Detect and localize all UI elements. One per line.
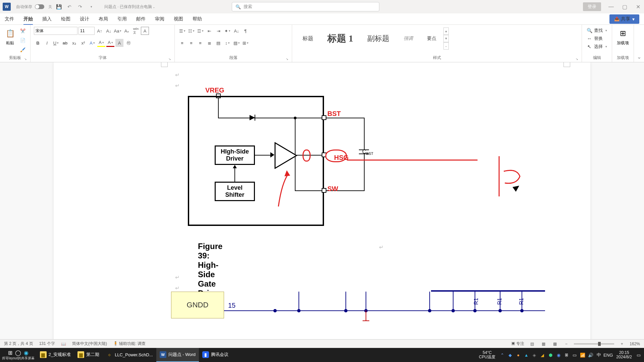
tray-security-icon[interactable]: ⛨ [563, 352, 570, 358]
style-emphasis[interactable]: 强调 [396, 27, 420, 50]
tab-layout[interactable]: 布局 [99, 16, 108, 22]
read-mode-icon[interactable]: ▤ [528, 341, 536, 347]
paste-button[interactable]: 📋 粘贴 [3, 27, 17, 47]
qat-more-icon[interactable]: ▾ [87, 3, 95, 11]
autosave-toggle[interactable] [35, 4, 44, 9]
bold-button[interactable]: B [34, 39, 42, 47]
zoom-slider[interactable] [574, 343, 614, 345]
spellcheck-icon[interactable]: 📖 [61, 342, 66, 346]
page-indicator[interactable]: 第 2 页，共 4 页 [4, 341, 33, 347]
shading-icon[interactable]: ▨▾ [232, 39, 240, 47]
undo-icon[interactable]: ↶ [65, 3, 73, 11]
tray-battery-icon[interactable]: ▭ [571, 352, 578, 358]
close-icon[interactable]: ✕ [635, 3, 641, 10]
shrink-font-icon[interactable]: A↓ [105, 27, 113, 35]
tray-notifications-icon[interactable]: ▭ [635, 352, 642, 358]
font-size-select[interactable] [78, 27, 95, 35]
search-box[interactable]: 🔍 搜索 [232, 2, 379, 11]
copy-icon[interactable]: 📄 [19, 36, 27, 44]
document-area[interactable]: ↵ ↵ VREG BST CBST [0, 62, 644, 348]
highlight-icon[interactable]: A▾ [97, 39, 105, 47]
start-icon[interactable]: ⊞ [8, 350, 12, 356]
superscript-button[interactable]: x² [79, 39, 87, 47]
maximize-icon[interactable]: ▢ [621, 3, 628, 10]
tray-app3-icon[interactable]: ▲ [523, 352, 530, 358]
font-name-select[interactable] [34, 27, 77, 35]
style-heading1[interactable]: 标题 1 [320, 27, 360, 50]
tab-draw[interactable]: 绘图 [61, 16, 70, 22]
align-right-icon[interactable]: ≡ [196, 39, 204, 47]
language-indicator[interactable]: 简体中文(中国大陆) [72, 341, 107, 347]
char-border-icon[interactable]: A [141, 27, 149, 35]
taskbar-altium[interactable]: ⟐LLC_Power.SchD... [103, 348, 156, 362]
zoom-out-icon[interactable]: − [562, 341, 570, 347]
taskbar-folder1[interactable]: ▆2_安规标准 [37, 348, 74, 362]
tray-app5-icon[interactable]: ◢ [539, 352, 546, 358]
find-button[interactable]: 🔍查找▾ [585, 27, 608, 34]
align-left-icon[interactable]: ≡ [178, 39, 186, 47]
tray-app7-icon[interactable]: ◉ [555, 352, 562, 358]
start-corner[interactable]: ⊞ ◯ ◉ 挥哥layout的共享屏幕 [0, 348, 37, 362]
tab-references[interactable]: 引用 [117, 16, 127, 22]
tab-insert[interactable]: 插入 [42, 16, 52, 22]
borders-icon[interactable]: ⊞▾ [241, 39, 250, 47]
addins-button[interactable]: ⊞ 加载项 [615, 27, 630, 47]
tray-overflow-icon[interactable]: ⌃ [499, 352, 505, 358]
show-marks-icon[interactable]: ¶ [241, 27, 250, 35]
taskbar-folder2[interactable]: ▆第二期 [74, 348, 103, 362]
underline-button[interactable]: U▾ [52, 39, 60, 47]
italic-button[interactable]: I [43, 39, 51, 47]
minimize-icon[interactable]: — [608, 3, 614, 10]
enclosed-char-icon[interactable]: ㊕ [124, 39, 132, 47]
tab-file[interactable]: 文件 [5, 16, 14, 22]
font-color-icon[interactable]: A▾ [106, 39, 114, 47]
distribute-icon[interactable]: ▤ [214, 39, 222, 47]
grow-font-icon[interactable]: A↑ [96, 27, 104, 35]
tray-ime1[interactable]: 中 [595, 352, 602, 358]
tab-help[interactable]: 帮助 [193, 16, 202, 22]
login-button[interactable]: 登录 [583, 2, 601, 11]
tab-view[interactable]: 视图 [174, 16, 183, 22]
line-spacing-icon[interactable]: ↕▾ [223, 39, 231, 47]
sort-icon[interactable]: A↓ [232, 27, 240, 35]
save-icon[interactable]: 💾 [55, 3, 63, 11]
word-count[interactable]: 131 个字 [39, 341, 55, 347]
clear-format-icon[interactable]: Aₓ [123, 27, 131, 35]
cortana-icon[interactable]: ◯ [15, 350, 21, 356]
tray-clock[interactable]: 20:15 2024/8/2 [614, 351, 634, 359]
asian-layout-icon[interactable]: ✦▾ [223, 27, 231, 35]
styles-scroll[interactable]: ▲▼⌄ [443, 27, 449, 50]
cut-icon[interactable]: ✂️ [19, 27, 27, 35]
change-case-icon[interactable]: Aa▾ [114, 27, 122, 35]
style-points[interactable]: 要点 [420, 27, 443, 50]
zoom-in-icon[interactable]: + [618, 341, 626, 347]
tray-app6-icon[interactable]: ⬢ [547, 352, 554, 358]
redo-icon[interactable]: ↷ [76, 3, 84, 11]
collapse-ribbon-icon[interactable]: ⌄ [634, 25, 644, 62]
tab-design[interactable]: 设计 [80, 16, 89, 22]
format-painter-icon[interactable]: 🖌️ [19, 46, 27, 54]
style-subtitle[interactable]: 副标题 [360, 27, 396, 50]
phonetic-icon[interactable]: wén文 [132, 27, 140, 35]
justify-icon[interactable]: ≣ [205, 39, 213, 47]
focus-mode[interactable]: ▣ 专注 [511, 341, 524, 347]
increase-indent-icon[interactable]: ⇥ [214, 27, 222, 35]
char-shading-icon[interactable]: A [115, 39, 123, 47]
tab-mailings[interactable]: 邮件 [136, 16, 146, 22]
tray-app2-icon[interactable]: ● [515, 352, 522, 358]
tray-app4-icon[interactable]: ◈ [531, 352, 538, 358]
align-center-icon[interactable]: ≡ [187, 39, 195, 47]
subscript-button[interactable]: x₂ [70, 39, 78, 47]
document-title[interactable]: 问题点 · 已保存到这台电脑⌄ [104, 4, 155, 10]
zoom-level[interactable]: 162% [630, 342, 640, 346]
select-button[interactable]: ↖选择▾ [585, 43, 608, 50]
tray-app1-icon[interactable]: ◆ [507, 352, 514, 358]
web-layout-icon[interactable]: ▩ [551, 341, 558, 347]
cpu-temp[interactable]: 54°C CPU温度 [477, 351, 497, 359]
style-title[interactable]: 标题 [296, 27, 320, 50]
decrease-indent-icon[interactable]: ⇤ [205, 27, 213, 35]
tab-review[interactable]: 审阅 [155, 16, 164, 22]
print-layout-icon[interactable]: ▦ [540, 341, 547, 347]
tab-home[interactable]: 开始 [23, 16, 33, 25]
bullets-icon[interactable]: ☰▾ [178, 27, 186, 35]
